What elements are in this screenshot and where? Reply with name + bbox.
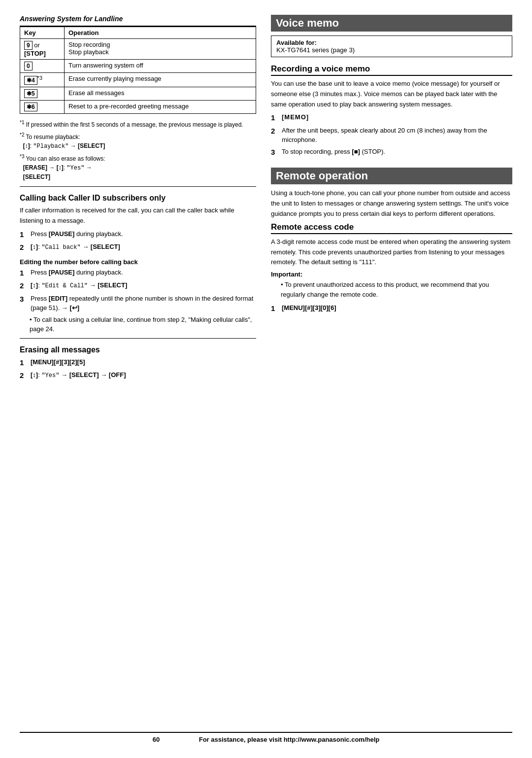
voice-memo-header: Voice memo [271, 15, 512, 32]
table-row: 9 or [STOP] Stop recordingStop playback [20, 39, 256, 60]
list-item: 3 Press [EDIT] repeatedly until the phon… [20, 294, 256, 313]
important-label: Important: [271, 271, 512, 278]
list-item: 1 Press [PAUSE] during playback. [20, 268, 256, 279]
key-0: 0 [24, 62, 33, 70]
remote-access-subsection-bar: Remote access code [271, 222, 512, 234]
page: Answering System for Landline Key Operat… [0, 0, 532, 758]
list-item: 2 [↕]: "Call back" → [SELECT] [20, 242, 256, 253]
col-header-operation: Operation [65, 27, 256, 39]
key-stop: [STOP] [24, 50, 46, 57]
answering-system-title: Answering System for Landline [20, 15, 256, 23]
recording-subsection-bar: Recording a voice memo [271, 64, 512, 76]
cellular-bullet: To call back using a cellular line, cont… [30, 315, 256, 334]
list-item: 2 After the unit beeps, speak clearly ab… [271, 126, 512, 145]
key-operation-table: Key Operation 9 or [STOP] Stop recording… [20, 27, 256, 114]
erasing-title: Erasing all messages [20, 345, 256, 354]
list-item: 1 Press [PAUSE] during playback. [20, 229, 256, 241]
left-column: Answering System for Landline Key Operat… [20, 15, 256, 722]
remote-access-steps: 1 [MENU][#][3][0][6] [271, 303, 512, 314]
remote-operation-body: Using a touch-tone phone, you can call y… [271, 188, 512, 219]
right-column: Voice memo Available for: KX-TG7641 seri… [271, 15, 512, 722]
page-number: 60 [153, 736, 160, 743]
key-star4: ✱4 [24, 76, 37, 85]
col-header-key: Key [20, 27, 65, 39]
footnotes: *1 If pressed within the first 5 seconds… [20, 119, 256, 181]
recording-steps: 1 [MEMO] 2 After the unit beeps, speak c… [271, 112, 512, 158]
table-row: ✱4*3 Erase currently playing message [20, 73, 256, 87]
important-bullet: To prevent unauthorized access to this p… [281, 280, 512, 299]
op-cell: Stop recordingStop playback [65, 39, 256, 60]
key-star5: ✱5 [24, 89, 37, 98]
op-cell: Erase currently playing message [65, 73, 256, 87]
editing-subhead: Editing the number before calling back [20, 258, 256, 266]
voice-memo-section: Voice memo Available for: KX-TG7641 seri… [271, 15, 512, 158]
key-cell: ✱4*3 [20, 73, 65, 87]
key-cell: 9 or [STOP] [20, 39, 65, 60]
list-item: 2 [↕]: "Edit & Call" → [SELECT] [20, 280, 256, 292]
table-row: 0 Turn answering system off [20, 60, 256, 73]
recording-title: Recording a voice memo [271, 64, 370, 73]
editing-steps: 1 Press [PAUSE] during playback. 2 [↕]: … [20, 268, 256, 313]
table-row: ✱6 Reset to a pre-recorded greeting mess… [20, 101, 256, 114]
key-cell: 0 [20, 60, 65, 73]
calling-back-steps: 1 Press [PAUSE] during playback. 2 [↕]: … [20, 229, 256, 253]
key-9: 9 [24, 41, 33, 50]
available-model: KX-TG7641 series (page 3) [276, 46, 355, 54]
key-star6: ✱6 [24, 103, 37, 111]
remote-access-title: Remote access code [271, 222, 354, 232]
erasing-section: Erasing all messages 1 [MENU][#][3][2][5… [20, 345, 256, 381]
footer-text: For assistance, please visit http://www.… [199, 736, 380, 743]
recording-body: You can use the base unit to leave a voi… [271, 79, 512, 109]
op-cell: Reset to a pre-recorded greeting message [65, 101, 256, 114]
list-item: 3 To stop recording, press [■] (STOP). [271, 147, 512, 158]
available-box: Available for: KX-TG7641 series (page 3) [271, 35, 512, 57]
op-cell: Turn answering system off [65, 60, 256, 73]
calling-back-title: Calling back Caller ID subscribers only [20, 194, 256, 203]
calling-back-body: If caller information is received for th… [20, 206, 256, 226]
key-cell: ✱6 [20, 101, 65, 114]
remote-operation-header: Remote operation [271, 168, 512, 184]
key-cell: ✱5 [20, 87, 65, 101]
footnote-2: *2 To resume playback: [↕]: "Playback" →… [20, 131, 256, 151]
remote-operation-section: Remote operation Using a touch-tone phon… [271, 168, 512, 314]
calling-back-section: Calling back Caller ID subscribers only … [20, 194, 256, 334]
footnote-3: *3 You can also erase as follows: [ERASE… [20, 153, 256, 181]
footnote-1: *1 If pressed within the first 5 seconds… [20, 119, 256, 129]
op-cell: Erase all messages [65, 87, 256, 101]
table-row: ✱5 Erase all messages [20, 87, 256, 101]
page-footer: 60 For assistance, please visit http://w… [20, 732, 512, 743]
remote-access-body: A 3-digit remote access code must be ent… [271, 237, 512, 268]
list-item: 1 [MENU][#][3][2][5] [20, 357, 256, 369]
list-item: 1 [MENU][#][3][0][6] [271, 303, 512, 314]
available-label: Available for: [276, 39, 317, 46]
list-item: 2 [↕]: "Yes" → [SELECT] → [OFF] [20, 370, 256, 381]
list-item: 1 [MEMO] [271, 112, 512, 124]
erasing-steps: 1 [MENU][#][3][2][5] 2 [↕]: "Yes" → [SEL… [20, 357, 256, 381]
